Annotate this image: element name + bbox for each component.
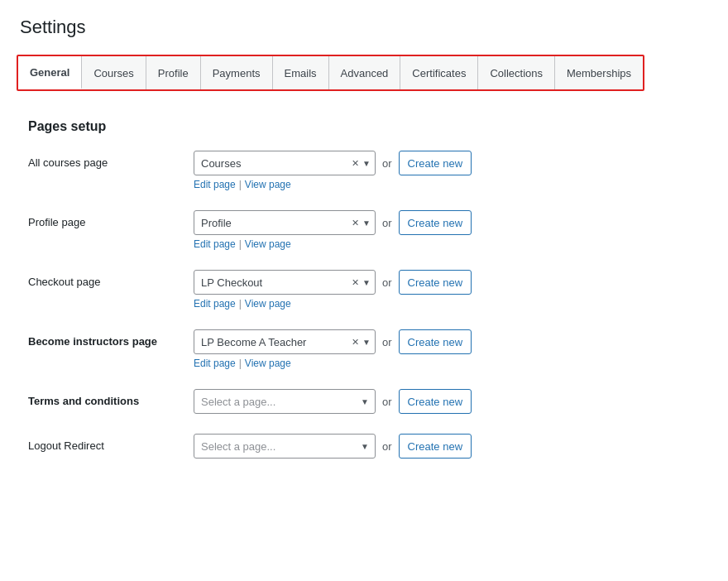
field-row-checkout-page: Checkout pageLP Checkout✕▼orCreate newEd… xyxy=(28,270,703,313)
link-separator-checkout-page: | xyxy=(239,298,242,310)
edit-links-become-instructors-page: Edit page|View page xyxy=(194,358,472,369)
or-text-become-instructors-page: or xyxy=(382,336,392,348)
section-title: Pages setup xyxy=(28,119,703,134)
create-new-button-checkout-page[interactable]: Create new xyxy=(399,270,472,295)
field-label-logout-redirect: Logout Redirect xyxy=(28,434,194,452)
select-wrapper-become-instructors-page: LP Become A Teacher✕▼ xyxy=(194,329,376,354)
link-separator-become-instructors-page: | xyxy=(239,358,242,369)
view-page-link-all-courses-page[interactable]: View page xyxy=(245,179,291,190)
tab-general[interactable]: General xyxy=(18,56,82,89)
field-control-all-courses-page: Courses✕▼orCreate newEdit page|View page xyxy=(194,151,472,190)
select-wrapper-terms-and-conditions: Select a page...▼ xyxy=(194,389,376,414)
edit-page-link-checkout-page[interactable]: Edit page xyxy=(194,298,236,310)
fields-container: All courses pageCourses✕▼orCreate newEdi… xyxy=(28,151,703,462)
tab-emails[interactable]: Emails xyxy=(273,56,329,89)
tab-collections[interactable]: Collections xyxy=(478,56,555,89)
edit-page-link-all-courses-page[interactable]: Edit page xyxy=(194,179,236,190)
select-wrapper-profile-page: Profile✕▼ xyxy=(194,210,376,235)
field-label-checkout-page: Checkout page xyxy=(28,270,194,288)
inline-row-checkout-page: LP Checkout✕▼orCreate new xyxy=(194,270,472,295)
create-new-button-profile-page[interactable]: Create new xyxy=(399,210,472,235)
or-text-all-courses-page: or xyxy=(382,157,392,170)
select-checkout-page[interactable]: LP Checkout xyxy=(194,270,376,295)
field-label-terms-and-conditions: Terms and conditions xyxy=(28,389,194,407)
field-label-all-courses-page: All courses page xyxy=(28,151,194,169)
create-new-button-logout-redirect[interactable]: Create new xyxy=(399,434,472,459)
link-separator-profile-page: | xyxy=(239,238,242,250)
field-label-become-instructors-page: Become instructors page xyxy=(28,329,194,348)
field-control-become-instructors-page: LP Become A Teacher✕▼orCreate newEdit pa… xyxy=(194,329,472,369)
select-terms-and-conditions[interactable]: Select a page... xyxy=(194,389,376,414)
select-wrapper-checkout-page: LP Checkout✕▼ xyxy=(194,270,376,295)
tab-memberships[interactable]: Memberships xyxy=(555,56,643,89)
field-control-terms-and-conditions: Select a page...▼orCreate new xyxy=(194,389,472,414)
inline-row-become-instructors-page: LP Become A Teacher✕▼orCreate new xyxy=(194,329,472,354)
inline-row-logout-redirect: Select a page...▼orCreate new xyxy=(194,434,472,459)
view-page-link-checkout-page[interactable]: View page xyxy=(245,298,291,310)
inline-row-terms-and-conditions: Select a page...▼orCreate new xyxy=(194,389,472,414)
field-control-logout-redirect: Select a page...▼orCreate new xyxy=(194,434,472,459)
or-text-terms-and-conditions: or xyxy=(382,396,392,408)
field-control-checkout-page: LP Checkout✕▼orCreate newEdit page|View … xyxy=(194,270,472,310)
field-row-profile-page: Profile pageProfile✕▼orCreate newEdit pa… xyxy=(28,210,703,253)
field-control-profile-page: Profile✕▼orCreate newEdit page|View page xyxy=(194,210,472,250)
field-row-logout-redirect: Logout RedirectSelect a page...▼orCreate… xyxy=(28,434,703,462)
view-page-link-profile-page[interactable]: View page xyxy=(245,238,291,250)
content-area: Pages setup All courses pageCourses✕▼orC… xyxy=(17,111,711,487)
select-profile-page[interactable]: Profile xyxy=(194,210,376,235)
edit-links-all-courses-page: Edit page|View page xyxy=(194,179,472,190)
tab-advanced[interactable]: Advanced xyxy=(329,56,401,89)
tab-profile[interactable]: Profile xyxy=(146,56,201,89)
tabs-container: GeneralCoursesProfilePaymentsEmailsAdvan… xyxy=(17,55,644,91)
create-new-button-become-instructors-page[interactable]: Create new xyxy=(399,329,472,354)
inline-row-all-courses-page: Courses✕▼orCreate new xyxy=(194,151,472,175)
select-become-instructors-page[interactable]: LP Become A Teacher xyxy=(194,329,376,354)
tab-payments[interactable]: Payments xyxy=(201,56,273,89)
create-new-button-all-courses-page[interactable]: Create new xyxy=(399,151,472,175)
create-new-button-terms-and-conditions[interactable]: Create new xyxy=(399,389,472,414)
select-logout-redirect[interactable]: Select a page... xyxy=(194,434,376,459)
edit-page-link-profile-page[interactable]: Edit page xyxy=(194,238,236,250)
edit-links-checkout-page: Edit page|View page xyxy=(194,298,472,310)
field-row-all-courses-page: All courses pageCourses✕▼orCreate newEdi… xyxy=(28,151,703,194)
field-row-terms-and-conditions: Terms and conditionsSelect a page...▼orC… xyxy=(28,389,703,417)
or-text-checkout-page: or xyxy=(382,276,392,289)
view-page-link-become-instructors-page[interactable]: View page xyxy=(245,358,291,369)
or-text-logout-redirect: or xyxy=(382,440,392,453)
edit-page-link-become-instructors-page[interactable]: Edit page xyxy=(194,358,236,369)
select-wrapper-logout-redirect: Select a page...▼ xyxy=(194,434,376,459)
inline-row-profile-page: Profile✕▼orCreate new xyxy=(194,210,472,235)
page-title: Settings xyxy=(17,17,711,38)
edit-links-profile-page: Edit page|View page xyxy=(194,238,472,250)
link-separator-all-courses-page: | xyxy=(239,179,242,190)
select-all-courses-page[interactable]: Courses xyxy=(194,151,376,175)
or-text-profile-page: or xyxy=(382,217,392,229)
select-wrapper-all-courses-page: Courses✕▼ xyxy=(194,151,376,175)
tab-courses[interactable]: Courses xyxy=(82,56,146,89)
tab-certificates[interactable]: Certificates xyxy=(400,56,478,89)
field-row-become-instructors-page: Become instructors pageLP Become A Teach… xyxy=(28,329,703,372)
field-label-profile-page: Profile page xyxy=(28,210,194,228)
